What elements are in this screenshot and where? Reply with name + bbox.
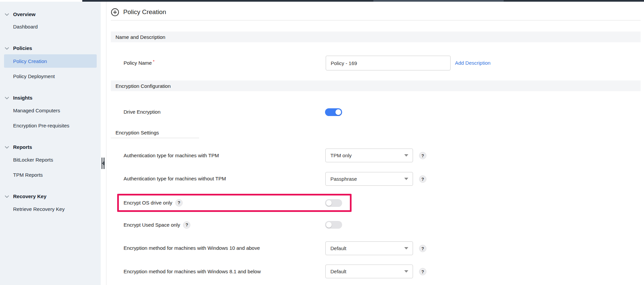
chevron-down-icon [404,247,408,249]
auth-without-tpm-dropdown[interactable]: Passphrase [325,172,413,186]
auth-without-tpm-label: Authentication type for machines without… [124,175,226,182]
encrypt-used-space-only-label: Encrypt Used Space only ? [124,221,190,229]
sidebar-group-label: Policies [13,45,32,52]
required-asterisk: * [153,58,154,65]
sidebar-group-label: Recovery Key [13,193,46,200]
page-title: Policy Creation [123,8,166,16]
sidebar-divider [106,2,106,285]
sidebar-group-label: Reports [13,144,32,151]
section-title: Encryption Settings [116,130,159,135]
sidebar-item-dashboard[interactable]: Dashboard [13,23,38,30]
help-icon[interactable]: ? [419,268,426,275]
encryption-method-win81-dropdown[interactable]: Default [325,265,413,278]
sidebar-group-overview[interactable]: Overview [0,11,101,18]
section-title: Name and Description [116,34,165,40]
page-header: Policy Creation [111,7,166,17]
section-encryption-configuration: Encryption Configuration [111,80,641,91]
auth-with-tpm-dropdown[interactable]: TPM only [325,149,413,162]
help-icon[interactable]: ? [419,175,426,183]
sidebar-resize-handle[interactable] [101,158,105,169]
drive-encryption-toggle[interactable] [325,108,342,116]
sidebar-group-insights[interactable]: Insights [0,94,101,102]
sidebar-item-encryption-prerequisites[interactable]: Encryption Pre-requisites [13,122,70,129]
sidebar-group-label: Overview [13,11,36,18]
chevron-down-icon [5,96,9,100]
chevron-down-icon [404,178,408,180]
toggle-knob [326,222,332,228]
collapse-left-icon [102,161,104,165]
sidebar-item-policy-creation[interactable]: Policy Creation [4,54,97,68]
help-icon[interactable]: ? [419,245,426,252]
section-encryption-settings: Encryption Settings [111,129,199,138]
sidebar-group-policies[interactable]: Policies [0,45,101,52]
dropdown-value: TPM only [330,153,352,158]
sidebar-item-label: Policy Creation [13,58,47,64]
policy-name-input[interactable] [326,56,451,70]
header-divider [111,20,641,20]
top-edge-bar-light-segment [373,0,504,2]
circle-plus-icon[interactable] [111,8,119,16]
chevron-down-icon [404,270,408,273]
sidebar-group-recovery-key[interactable]: Recovery Key [0,193,101,200]
drive-encryption-label: Drive Encryption [124,109,160,115]
add-description-link[interactable]: Add Description [455,60,491,66]
sidebar-item-bitlocker-reports[interactable]: BitLocker Reports [13,157,53,163]
section-title: Encryption Configuration [116,83,171,89]
sidebar-item-managed-computers[interactable]: Managed Computers [13,107,60,114]
sidebar-item-retrieve-recovery-key[interactable]: Retrieve Recovery Key [13,206,64,213]
toggle-knob [335,109,341,115]
auth-with-tpm-label: Authentication type for machines with TP… [124,152,219,159]
encryption-method-win81-label: Encryption method for machines with Wind… [124,268,261,275]
sidebar-item-tpm-reports[interactable]: TPM Reports [13,172,43,178]
sidebar-item-policy-deployment[interactable]: Policy Deployment [13,73,55,80]
encrypt-os-drive-only-toggle[interactable] [325,199,342,207]
help-icon[interactable]: ? [419,152,426,159]
dropdown-value: Passphrase [330,176,357,182]
section-name-and-description: Name and Description [111,32,641,42]
policy-name-label: Policy Name* [124,60,154,66]
sidebar: Overview Dashboard Policies Policy Creat… [0,2,101,285]
sidebar-group-reports[interactable]: Reports [0,144,101,151]
dropdown-value: Default [330,269,347,274]
encryption-method-win10-dropdown[interactable]: Default [325,241,413,255]
top-edge-bar [82,0,644,2]
chevron-down-icon [404,154,408,157]
help-icon[interactable]: ? [183,221,190,229]
sidebar-group-label: Insights [13,95,33,101]
chevron-down-icon [5,146,9,149]
chevron-down-icon [5,195,9,198]
encrypt-used-space-only-toggle[interactable] [325,221,342,229]
encryption-method-win10-label: Encryption method for machines with Wind… [124,245,260,251]
dropdown-value: Default [330,245,347,251]
help-icon[interactable]: ? [175,199,183,207]
encrypt-os-drive-only-label: Encrypt OS drive only ? [124,199,183,207]
chevron-down-icon [5,47,9,50]
chevron-down-icon [5,13,9,16]
toggle-knob [326,200,332,206]
app-root: Overview Dashboard Policies Policy Creat… [0,0,644,285]
